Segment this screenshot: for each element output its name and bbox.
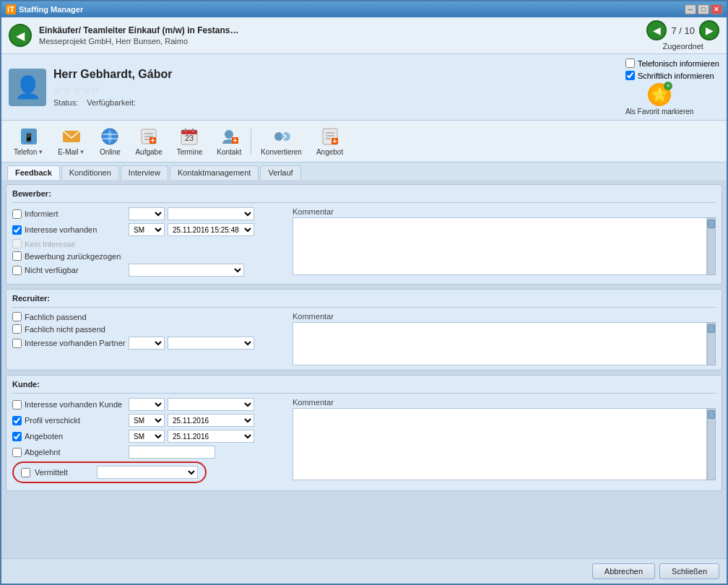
fachlich-passend-checkbox[interactable] bbox=[12, 312, 22, 321]
bewerber-scrollbar[interactable] bbox=[707, 217, 716, 275]
angeboten-select2[interactable]: 25.11.2016 bbox=[168, 430, 254, 443]
interesse-partner-select2[interactable] bbox=[168, 337, 254, 350]
maximize-button[interactable]: □ bbox=[698, 4, 709, 14]
interesse-kunde-row: Interesse vorhanden Kunde bbox=[12, 398, 287, 411]
bewerber-kommentar-textarea[interactable] bbox=[292, 217, 707, 275]
tab-verlauf[interactable]: Verlauf bbox=[260, 165, 300, 180]
vermittelt-select[interactable] bbox=[97, 466, 198, 479]
vermittelt-highlight: Vermittelt bbox=[12, 462, 207, 483]
interesse-partner-label: Interesse vorhanden Partner bbox=[25, 339, 126, 347]
kunde-kommentar-textarea[interactable] bbox=[292, 408, 707, 480]
informiert-row: Informiert bbox=[12, 207, 287, 220]
recruiter-section: Recruiter: Fachlich passend Fachlich nic… bbox=[6, 289, 722, 370]
interesse-kunde-select2[interactable] bbox=[168, 398, 254, 411]
minimize-button[interactable]: ─ bbox=[685, 4, 696, 14]
informiert-select2[interactable] bbox=[168, 207, 254, 220]
nav-prev-button[interactable]: ◀ bbox=[9, 24, 32, 47]
termine-icon: 23 bbox=[179, 126, 199, 147]
telefonisch-label: Telefonisch informieren bbox=[638, 59, 719, 68]
interesse-select1[interactable]: SM bbox=[129, 223, 165, 236]
interesse-partner-select1[interactable] bbox=[129, 337, 165, 350]
konvertieren-button[interactable]: Konvertieren bbox=[254, 124, 308, 159]
email-button[interactable]: E-Mail ▼ bbox=[51, 124, 91, 159]
profil-verschickt-select1[interactable]: SM bbox=[129, 414, 165, 427]
bewerber-comment-col: Kommentar bbox=[292, 207, 716, 280]
bewerbung-checkbox[interactable] bbox=[12, 251, 22, 261]
profil-verschickt-checkbox[interactable] bbox=[12, 416, 22, 425]
recruiter-comment-col: Kommentar bbox=[292, 312, 716, 365]
recruiter-kommentar-label: Kommentar bbox=[292, 312, 716, 321]
informiert-select1[interactable] bbox=[129, 207, 165, 220]
abgelehnt-input[interactable] bbox=[129, 446, 215, 459]
avatar: 👤 bbox=[9, 69, 46, 106]
schriftlich-label: Schriftlich informieren bbox=[638, 72, 714, 80]
schliessen-button[interactable]: Schließen bbox=[659, 563, 719, 579]
interesse-partner-checkbox[interactable] bbox=[12, 339, 22, 348]
abgelehnt-row: Abgelehnt bbox=[12, 446, 287, 459]
interesse-row: Interesse vorhanden SM 25.11.2016 15:25:… bbox=[12, 223, 287, 236]
schriftlich-checkbox[interactable] bbox=[625, 71, 635, 80]
termine-button[interactable]: 23 Termine bbox=[170, 124, 209, 159]
interesse-kunde-checkbox[interactable] bbox=[12, 400, 22, 410]
favorit-button[interactable]: ⭐ + Als Favorit markieren bbox=[625, 83, 693, 116]
informiert-label: Informiert bbox=[25, 209, 126, 218]
bewerbung-label: Bewerbung zurückgezogen bbox=[25, 252, 126, 261]
toolbar: 📱 Telefon ▼ E-Mail ▼ bbox=[1, 121, 727, 162]
fachlich-nicht-checkbox[interactable] bbox=[12, 324, 22, 334]
tab-interview[interactable]: Interview bbox=[121, 165, 168, 180]
interesse-kunde-select1[interactable] bbox=[129, 398, 165, 411]
recruiter-inner: Fachlich passend Fachlich nicht passend … bbox=[12, 312, 716, 365]
interesse-select2[interactable]: 25.11.2016 15:25:48 bbox=[168, 223, 254, 236]
profil-verschickt-label: Profil verschickt bbox=[25, 416, 126, 425]
interesse-checkbox[interactable] bbox=[12, 225, 22, 235]
abgelehnt-label: Abgelehnt bbox=[25, 448, 126, 456]
recruiter-title: Recruiter: bbox=[12, 294, 716, 303]
status-label: Status: bbox=[53, 98, 78, 107]
kunde-divider bbox=[12, 393, 716, 394]
svg-text:📱: 📱 bbox=[24, 132, 34, 142]
email-dropdown-arrow: ▼ bbox=[79, 149, 85, 155]
online-icon bbox=[100, 126, 120, 147]
angeboten-checkbox[interactable] bbox=[12, 432, 22, 441]
tab-konditionen[interactable]: Konditionen bbox=[61, 165, 119, 180]
bewerber-inner: Informiert Interesse vorhanden SM 25.11.… bbox=[12, 207, 716, 280]
toolbar-separator bbox=[251, 129, 251, 155]
fachlich-passend-label: Fachlich passend bbox=[25, 313, 126, 321]
nicht-verfuegbar-select[interactable] bbox=[129, 264, 244, 277]
abgelehnt-checkbox[interactable] bbox=[12, 448, 22, 457]
angebot-button[interactable]: + Angebot bbox=[310, 124, 350, 159]
abbrechen-button[interactable]: Abbrechen bbox=[592, 563, 655, 579]
angeboten-select1[interactable]: SM bbox=[129, 430, 165, 443]
top-navigation: ◀ Einkäufer/ Teamleiter Einkauf (m/w) in… bbox=[1, 17, 727, 54]
online-button[interactable]: Online bbox=[92, 124, 127, 159]
kunde-inner: Interesse vorhanden Kunde Profil verschi… bbox=[12, 398, 716, 486]
recruiter-scrollbar-thumb bbox=[708, 324, 715, 333]
nav-left-arrow[interactable]: ◀ bbox=[646, 20, 667, 40]
kunde-kommentar-label: Kommentar bbox=[292, 398, 716, 407]
telefon-button[interactable]: 📱 Telefon ▼ bbox=[7, 124, 50, 159]
interesse-kunde-label: Interesse vorhanden Kunde bbox=[25, 400, 126, 409]
nicht-verfuegbar-checkbox[interactable] bbox=[12, 266, 22, 275]
nav-right-arrow[interactable]: ▶ bbox=[699, 20, 719, 40]
bewerber-kommentar-label: Kommentar bbox=[292, 207, 716, 216]
recruiter-kommentar-textarea[interactable] bbox=[292, 322, 707, 365]
aufgabe-button[interactable]: + Aufgabe bbox=[129, 124, 168, 159]
informiert-checkbox[interactable] bbox=[12, 209, 22, 219]
svg-text:23: 23 bbox=[185, 134, 194, 142]
vermittelt-checkbox[interactable] bbox=[21, 468, 30, 477]
title-controls: ─ □ ✕ bbox=[685, 4, 722, 14]
person-actions: Telefonisch informieren Schriftlich info… bbox=[625, 58, 719, 116]
profil-verschickt-select2[interactable]: 25.11.2016 bbox=[168, 414, 254, 427]
telefon-dropdown-arrow: ▼ bbox=[38, 149, 43, 155]
tab-kontaktmanagement[interactable]: Kontaktmanagement bbox=[170, 165, 259, 180]
telefonisch-checkbox[interactable] bbox=[625, 58, 635, 68]
recruiter-scrollbar[interactable] bbox=[707, 322, 716, 365]
close-button[interactable]: ✕ bbox=[711, 4, 722, 14]
termine-label: Termine bbox=[177, 148, 203, 156]
bewerber-title: Bewerber: bbox=[12, 189, 716, 198]
tab-feedback[interactable]: Feedback bbox=[7, 165, 60, 180]
company-name: Messeprojekt GmbH, Herr Bunsen, Raimo bbox=[39, 37, 639, 46]
kontakt-button[interactable]: + Kontakt bbox=[210, 124, 248, 159]
kunde-scrollbar[interactable] bbox=[707, 408, 716, 480]
schriftlich-row: Schriftlich informieren bbox=[625, 71, 714, 80]
